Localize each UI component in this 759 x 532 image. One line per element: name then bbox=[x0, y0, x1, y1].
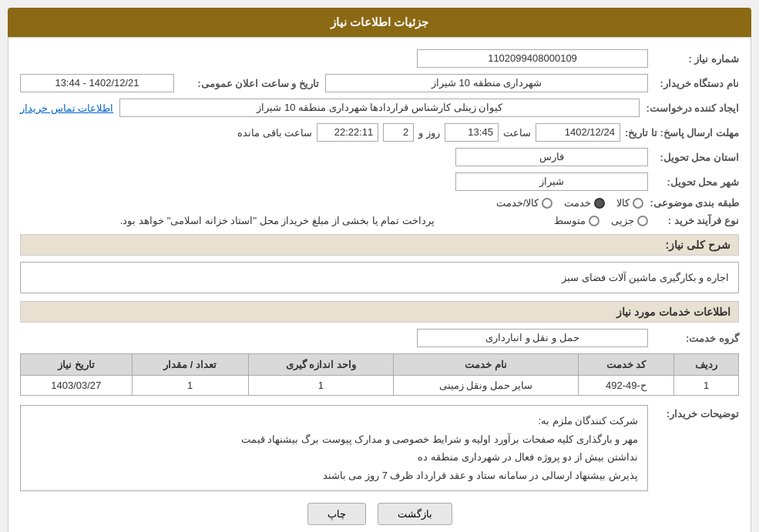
col-row-num: ردیف bbox=[674, 354, 739, 376]
category-row: طبقه بندی موضوعی: کالا خدمت کالا/خدمت bbox=[20, 197, 739, 209]
back-button[interactable]: بازگشت bbox=[378, 503, 452, 525]
description-box-wrapper: اجاره و بکارگیری ماشین آلات فضای سبز bbox=[20, 262, 739, 293]
buyer-notes-label: توضیحات خریدار: bbox=[654, 405, 739, 420]
buyer-notes-row: توضیحات خریدار: شرکت کنندگان ملزم به: مه… bbox=[20, 405, 739, 491]
radio-motavasset-label: متوسط bbox=[554, 215, 586, 226]
col-date: تاریخ نیاز bbox=[21, 354, 133, 376]
creator-label: ایجاد کننده درخواست: bbox=[646, 102, 739, 114]
reply-deadline-row: مهلت ارسال پاسخ: تا تاریخ: 1402/12/24 سا… bbox=[20, 123, 739, 142]
buyer-org-value: شهرداری منطقه 10 شیراز bbox=[325, 74, 648, 92]
description-section-title: شرح کلی نیاز: bbox=[20, 234, 739, 256]
reply-date-value: 1402/12/24 bbox=[536, 123, 620, 142]
cell-service-name: سایر حمل ونقل زمینی bbox=[394, 376, 579, 396]
radio-jozi bbox=[637, 216, 648, 226]
category-option-kala[interactable]: کالا bbox=[616, 197, 643, 209]
announce-org-row: نام دستگاه خریدار: شهرداری منطقه 10 شیرا… bbox=[20, 74, 739, 92]
reply-days-label: روز و bbox=[418, 127, 440, 139]
buyer-notes-value: شرکت کنندگان ملزم به: مهر و بارگذاری کلی… bbox=[20, 405, 648, 491]
cell-service-code: ح-49-492 bbox=[578, 376, 673, 396]
service-group-value: حمل و نقل و انبارداری bbox=[417, 329, 648, 347]
page-title: جزئیات اطلاعات نیاز bbox=[331, 15, 428, 28]
radio-motavasset bbox=[589, 216, 599, 226]
reply-remaining-value: 22:22:11 bbox=[317, 123, 378, 142]
order-number-label: شماره نیاز : bbox=[654, 53, 739, 65]
col-unit: واحد اندازه گیری bbox=[248, 354, 394, 376]
service-group-label: گروه خدمت: bbox=[654, 333, 739, 344]
cell-quantity: 1 bbox=[132, 376, 248, 396]
province-row: استان محل تحویل: فارس bbox=[20, 148, 739, 166]
purchase-radio-group: جزیی متوسط bbox=[441, 215, 648, 226]
description-value: اجاره و بکارگیری ماشین آلات فضای سبز bbox=[20, 262, 739, 293]
province-label: استان محل تحویل: bbox=[654, 152, 739, 163]
city-label: شهر محل تحویل: bbox=[654, 176, 739, 188]
purchase-note: پرداخت تمام یا بخشی از مبلغ خریداز محل "… bbox=[20, 215, 435, 226]
radio-kala bbox=[633, 198, 643, 209]
category-option-khedmat[interactable]: خدمت bbox=[564, 197, 605, 209]
cell-date: 1403/03/27 bbox=[21, 376, 133, 396]
reply-time-label: ساعت bbox=[503, 127, 531, 139]
radio-khedmat bbox=[594, 198, 605, 209]
announce-date-value: 1402/12/21 - 13:44 bbox=[20, 74, 174, 92]
category-option-kala-khedmat[interactable]: کالا/خدمت bbox=[496, 197, 553, 209]
city-row: شهر محل تحویل: شیراز bbox=[20, 172, 739, 191]
radio-khedmat-label: خدمت bbox=[564, 197, 591, 209]
col-service-code: کد خدمت bbox=[578, 354, 673, 376]
col-service-name: نام خدمت bbox=[394, 354, 579, 376]
category-radio-group: کالا خدمت کالا/خدمت bbox=[496, 197, 644, 209]
table-header-row: ردیف کد خدمت نام خدمت واحد اندازه گیری ت… bbox=[21, 354, 739, 376]
description-label: شرح کلی نیاز: bbox=[666, 239, 730, 251]
table-row: 1 ح-49-492 سایر حمل ونقل زمینی 1 1 1403/… bbox=[21, 376, 739, 396]
purchase-option-jozi[interactable]: جزیی bbox=[611, 215, 648, 226]
page-header: جزئیات اطلاعات نیاز bbox=[8, 8, 751, 37]
category-label: طبقه بندی موضوعی: bbox=[650, 197, 739, 209]
creator-contact-link[interactable]: اطلاعات تماس خریدار bbox=[20, 102, 113, 114]
cell-row-num: 1 bbox=[674, 376, 739, 396]
radio-jozi-label: جزیی bbox=[611, 215, 634, 226]
province-value: فارس bbox=[455, 148, 648, 166]
reply-deadline-label: مهلت ارسال پاسخ: تا تاریخ: bbox=[625, 127, 739, 139]
reply-days-value: 2 bbox=[383, 123, 414, 142]
services-table: ردیف کد خدمت نام خدمت واحد اندازه گیری ت… bbox=[20, 353, 739, 396]
buyer-org-label: نام دستگاه خریدار: bbox=[654, 78, 739, 89]
reply-time-value: 13:45 bbox=[445, 123, 499, 142]
purchase-type-label: نوع فرآیند خرید : bbox=[654, 215, 739, 226]
buyer-notes-section: توضیحات خریدار: شرکت کنندگان ملزم به: مه… bbox=[20, 405, 739, 491]
service-group-row: گروه خدمت: حمل و نقل و انبارداری bbox=[20, 329, 739, 347]
radio-kala-label: کالا bbox=[616, 197, 630, 209]
order-number-value: 1102099408000109 bbox=[417, 49, 648, 68]
print-button[interactable]: چاپ bbox=[307, 503, 366, 525]
purchase-type-row: نوع فرآیند خرید : جزیی متوسط پرداخت تمام… bbox=[20, 215, 739, 226]
radio-kala-khedmat bbox=[542, 198, 552, 209]
order-number-row: شماره نیاز : 1102099408000109 bbox=[20, 49, 739, 68]
announce-date-label: تاریخ و ساعت اعلان عمومی: bbox=[180, 78, 319, 89]
creator-row: ایجاد کننده درخواست: کیوان زینلی کارشناس… bbox=[20, 99, 739, 117]
radio-kala-khedmat-label: کالا/خدمت bbox=[496, 197, 539, 209]
purchase-option-motavasset[interactable]: متوسط bbox=[554, 215, 599, 226]
button-row: بازگشت چاپ bbox=[20, 503, 739, 525]
reply-hours-label: ساعت باقی مانده bbox=[237, 127, 312, 139]
city-value: شیراز bbox=[455, 172, 648, 191]
creator-value: کیوان زینلی کارشناس قراردادها شهرداری من… bbox=[119, 99, 640, 117]
cell-unit: 1 bbox=[248, 376, 394, 396]
services-section-title: اطلاعات خدمات مورد نیاز bbox=[20, 301, 739, 323]
col-quantity: تعداد / مقدار bbox=[132, 354, 248, 376]
